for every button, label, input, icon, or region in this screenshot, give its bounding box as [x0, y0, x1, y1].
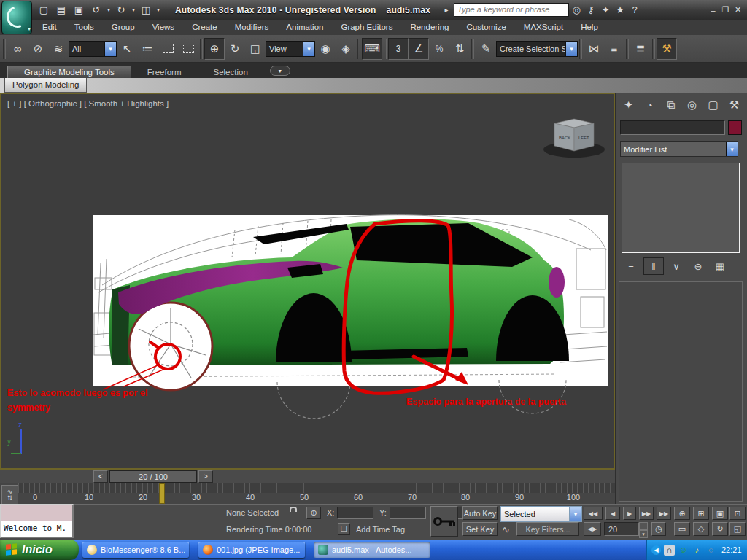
- utilities-tab-icon[interactable]: ⚒: [724, 96, 744, 114]
- select-by-name-icon[interactable]: ≔: [137, 38, 158, 60]
- unlink-selection-icon[interactable]: ⊘: [28, 38, 48, 60]
- search-go-icon[interactable]: ▸: [439, 3, 454, 18]
- task-biomessenger[interactable]: BioMessenger® 8.6 B...: [82, 542, 189, 558]
- zoom-extents-all-icon[interactable]: ⊡: [729, 507, 746, 520]
- spinner-snap-icon[interactable]: ⇅: [449, 38, 470, 60]
- time-slider-track[interactable]: < 20 / 100 >: [0, 470, 615, 483]
- play-icon[interactable]: ▶: [623, 507, 636, 520]
- track-bar-ruler[interactable]: 0 10 20 30 40 50 60 70 80 90 100: [18, 483, 615, 493]
- dropdown-arrow-icon[interactable]: ▾: [569, 507, 581, 521]
- ribbon-tab-graphite[interactable]: Graphite Modeling Tools: [7, 66, 131, 78]
- configure-modifier-sets-icon[interactable]: ▦: [711, 258, 729, 274]
- current-frame-field[interactable]: 20: [604, 522, 639, 536]
- quick-access-caret-icon[interactable]: ▾: [155, 2, 162, 18]
- dropdown-arrow-icon[interactable]: ▾: [565, 42, 577, 56]
- make-unique-icon[interactable]: ∨: [667, 258, 686, 274]
- close-button[interactable]: ✕: [732, 4, 744, 15]
- object-color-swatch[interactable]: [728, 120, 742, 135]
- modifier-list-dropdown[interactable]: Modifier List ▾: [620, 141, 738, 157]
- ribbon-minimize-icon[interactable]: ▾: [270, 66, 290, 76]
- previous-frame-icon[interactable]: ◀: [605, 507, 620, 520]
- viewport[interactable]: [ + ] [ Orthographic ] [ Smooth + Highli…: [0, 93, 615, 470]
- go-to-start-icon[interactable]: ◀◀: [584, 507, 603, 520]
- auto-key-button[interactable]: Auto Key: [462, 506, 498, 520]
- graphite-ribbon-toggle-icon[interactable]: ⚒: [657, 38, 677, 60]
- hierarchy-tab-icon[interactable]: ⧉: [661, 96, 681, 114]
- search-icon[interactable]: ◎: [569, 3, 584, 18]
- dropdown-arrow-icon[interactable]: ▾: [104, 42, 116, 56]
- open-file-icon[interactable]: ▤: [53, 2, 70, 18]
- keyshortcut-icon[interactable]: ⚷: [584, 3, 598, 18]
- default-in-out-tangent-icon[interactable]: ∿: [502, 524, 510, 535]
- ribbon-tab-selection[interactable]: Selection: [197, 66, 263, 78]
- remove-modifier-icon[interactable]: ⊖: [689, 258, 708, 274]
- x-coordinate-field[interactable]: [337, 507, 374, 519]
- set-key-button[interactable]: Set Key: [462, 522, 498, 536]
- go-to-end-icon[interactable]: ▶▶: [657, 507, 671, 520]
- create-tab-icon[interactable]: ✦: [619, 96, 638, 114]
- object-name-field[interactable]: [620, 120, 725, 135]
- menu-tools[interactable]: Tools: [66, 20, 103, 35]
- align-icon[interactable]: ≡: [604, 38, 624, 60]
- zoom-icon[interactable]: ⊕: [674, 507, 690, 520]
- show-end-result-icon[interactable]: ‖: [643, 257, 664, 275]
- dropdown-arrow-icon[interactable]: ▾: [303, 42, 314, 56]
- use-pivot-center-icon[interactable]: ◉: [315, 38, 336, 60]
- selection-filter-dropdown[interactable]: All ▾: [69, 41, 117, 57]
- display-tab-icon[interactable]: ▢: [703, 96, 723, 114]
- pan-icon[interactable]: ◇: [693, 522, 709, 536]
- restore-button[interactable]: ❐: [719, 4, 732, 15]
- zoom-all-icon[interactable]: ⊞: [693, 507, 709, 520]
- track-bar[interactable]: ∿ ⇅ 0 10 20 30 40 50 60 70 80 90 100: [0, 483, 615, 505]
- search-input[interactable]: Type a keyword or phrase: [454, 3, 569, 17]
- menu-animation[interactable]: Animation: [277, 20, 332, 35]
- task-firefox-image[interactable]: 001.jpg (JPEG Image...: [198, 542, 305, 558]
- layer-manager-icon[interactable]: ≣: [630, 38, 651, 60]
- percent-snap-icon[interactable]: %: [429, 38, 449, 60]
- tray-misc-icon[interactable]: ◌: [705, 545, 716, 556]
- menu-modifiers[interactable]: Modifiers: [226, 20, 278, 35]
- communication-center-icon[interactable]: ✦: [598, 3, 613, 18]
- selected-set-dropdown[interactable]: Selected ▾: [500, 506, 582, 522]
- welcome-window[interactable]: Welcome to M.: [0, 504, 74, 538]
- add-time-tag[interactable]: Add Time Tag: [356, 525, 405, 534]
- task-3dsmax[interactable]: audi5.max - Autodes...: [314, 542, 430, 558]
- undo-caret-icon[interactable]: ▾: [105, 2, 112, 18]
- undo-icon[interactable]: ↺: [88, 2, 105, 18]
- pin-stack-icon[interactable]: −: [622, 258, 640, 274]
- viewcube-left-label[interactable]: LEFT: [578, 136, 589, 140]
- redo-icon[interactable]: ↻: [112, 2, 130, 18]
- volume-icon[interactable]: ♪: [692, 545, 703, 556]
- new-scene-icon[interactable]: ▢: [35, 2, 53, 18]
- select-and-manipulate-icon[interactable]: ◈: [336, 38, 356, 60]
- viewcube-back-label[interactable]: BACK: [559, 136, 570, 140]
- dropdown-arrow-icon[interactable]: ▾: [726, 142, 738, 156]
- mirror-icon[interactable]: ⋈: [584, 38, 604, 60]
- next-frame-icon[interactable]: ▶▶: [639, 507, 654, 520]
- messenger-icon[interactable]: ☺: [678, 545, 689, 556]
- key-mode-toggle-icon[interactable]: ◀▶: [584, 522, 601, 536]
- frame-spinner[interactable]: ▾: [639, 522, 648, 538]
- ribbon-tab-freeform[interactable]: Freeform: [131, 66, 198, 78]
- snap-toggle-3d-icon[interactable]: 3: [388, 38, 409, 60]
- select-object-icon[interactable]: ↖: [117, 38, 137, 60]
- menu-views[interactable]: Views: [144, 20, 183, 35]
- select-and-scale-icon[interactable]: ◱: [245, 38, 266, 60]
- keyboard-override-icon[interactable]: ⌨: [362, 38, 382, 60]
- zoom-extents-icon[interactable]: ▣: [712, 507, 728, 520]
- menu-rendering[interactable]: Rendering: [401, 20, 457, 35]
- headset-icon[interactable]: ∩: [664, 545, 675, 556]
- edit-named-sets-icon[interactable]: ✎: [476, 38, 496, 60]
- y-coordinate-field[interactable]: [390, 507, 426, 519]
- tray-collapse-icon[interactable]: ◀: [651, 545, 661, 555]
- rectangular-region-icon[interactable]: [158, 38, 178, 60]
- angle-snap-icon[interactable]: ∠: [409, 38, 429, 60]
- save-file-icon[interactable]: ▣: [70, 2, 88, 18]
- redo-caret-icon[interactable]: ▾: [130, 2, 137, 18]
- select-and-move-icon[interactable]: ⊕: [204, 38, 225, 60]
- arc-rotate-icon[interactable]: ↻: [712, 522, 728, 536]
- dialog-toggle-icon[interactable]: ❐: [338, 523, 350, 535]
- rollout-area[interactable]: [619, 281, 743, 502]
- maximize-viewport-icon[interactable]: ◱: [729, 522, 746, 536]
- motion-tab-icon[interactable]: ◎: [682, 96, 702, 114]
